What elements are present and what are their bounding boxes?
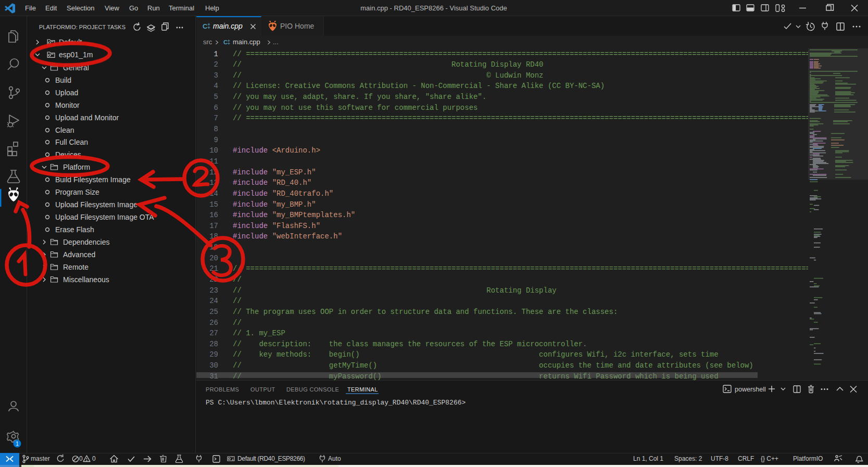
svg-text:C: C	[203, 22, 208, 30]
svg-text:1: 1	[16, 441, 19, 447]
svg-text:C: C	[223, 39, 228, 45]
